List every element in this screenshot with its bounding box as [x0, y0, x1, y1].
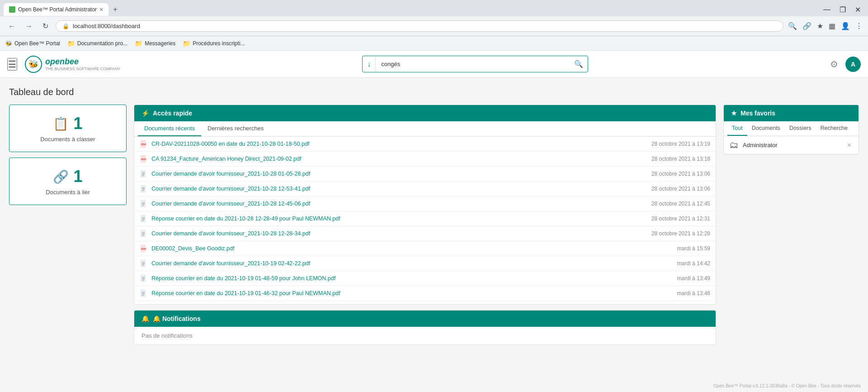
dashboard-layout: 📋 1 Documents à classer 🔗 1 Documents à …: [9, 105, 859, 345]
address-bar[interactable]: 🔒: [56, 20, 783, 32]
browser-toolbar: ← → ↻ 🔒 🔍 🔗 ★ ▦ 👤 ⋮: [0, 16, 868, 36]
quick-access-panel: ⚡ Accès rapide Documents récents Dernièr…: [134, 105, 716, 305]
bookmark-openbee[interactable]: 🐝 Open Bee™ Portal: [5, 40, 60, 47]
svg-rect-14: [141, 200, 146, 207]
logo-main-text: openbee: [45, 57, 121, 67]
link-count: 1: [73, 167, 82, 186]
doc-icon: [140, 274, 148, 282]
bookmark-messageries[interactable]: 📁 Messageries: [135, 40, 175, 47]
classify-label: Documents à classer: [40, 136, 95, 143]
bookmark-procedures[interactable]: 📁 Procédures inscripti...: [183, 40, 245, 47]
notifications-title: 🔔 Notifications: [153, 315, 201, 322]
svg-text:🐝: 🐝: [28, 59, 39, 69]
doc-icon: PDF: [140, 140, 148, 148]
lightning-icon: ⚡: [142, 110, 149, 117]
close-button[interactable]: ✕: [855, 5, 861, 14]
lock-icon: 🔒: [62, 23, 69, 29]
search-input[interactable]: [376, 57, 570, 71]
document-list-item[interactable]: Courrier demande d'avoir fournisseur_202…: [134, 256, 716, 271]
fav-tab-search[interactable]: Recherche: [816, 121, 852, 136]
doc-icon: [140, 259, 148, 268]
doc-name: Réponse courrier en date du 2021-10-19 0…: [151, 290, 674, 296]
doc-icon: PDF: [140, 155, 148, 163]
document-list: PDF CR-DAV-20211028-00050 en date du 202…: [134, 137, 716, 304]
address-input[interactable]: [73, 23, 777, 29]
tab-close-button[interactable]: ×: [99, 6, 103, 13]
main-panel: ⚡ Accès rapide Documents récents Dernièr…: [134, 105, 716, 345]
search-area: ↓ 🔍: [128, 56, 823, 72]
menu-button[interactable]: ⋮: [855, 22, 863, 30]
document-list-item[interactable]: PDF CA 91234_Facture_American Honey Dire…: [134, 152, 716, 167]
page-content: Tableau de bord 📋 1 Documents à classer …: [0, 78, 868, 380]
document-list-item[interactable]: Courrier demande d'avoir fournisseur_202…: [134, 167, 716, 182]
doc-date: 28 octobre 2021 à 12:31: [651, 215, 710, 222]
doc-name: Courrier demande d'avoir fournisseur_202…: [151, 260, 674, 267]
bookmark-label: Procédures inscripti...: [193, 40, 245, 47]
document-list-item[interactable]: Courrier demande d'avoir fournisseur_202…: [134, 182, 716, 196]
stat-card-link[interactable]: 🔗 1 Documents à lier: [9, 158, 127, 205]
svg-rect-22: [141, 230, 146, 237]
svg-rect-28: [141, 260, 146, 267]
document-list-item[interactable]: Courrier demande d'avoir fournisseur_202…: [134, 226, 716, 241]
fav-tab-all[interactable]: Tout: [727, 121, 747, 136]
document-list-item[interactable]: Courrier demande d'avoir fournisseur_202…: [134, 196, 716, 211]
notifications-empty-message: Pas de notifications: [134, 327, 716, 344]
link-icon: 🔗: [53, 169, 69, 184]
stat-icon-num: 📋 1: [53, 114, 82, 133]
stat-icon-num: 🔗 1: [53, 167, 82, 186]
back-button[interactable]: ←: [5, 20, 18, 32]
doc-date: 28 octobre 2021 à 13:06: [651, 171, 710, 177]
doc-date: 28 octobre 2021 à 12:45: [651, 201, 710, 207]
search-submit-button[interactable]: 🔍: [570, 56, 588, 72]
tab-recent-docs[interactable]: Documents récents: [138, 121, 201, 136]
document-list-item[interactable]: Réponse courrier en date du 2021-10-19 0…: [134, 286, 716, 301]
logo-area: 🐝 openbee THE BUSINESS SOFTWARE COMPANY: [24, 55, 121, 73]
share-button[interactable]: 🔗: [802, 22, 811, 30]
browser-tab-active[interactable]: Open Bee™ Portal Administrator ×: [4, 3, 108, 16]
favorites-header: ★ Mes favoris: [724, 105, 859, 121]
split-button[interactable]: ▦: [829, 22, 835, 30]
document-list-item[interactable]: PDF 19001_Facture_L.A. HONEY Inc_2021-03…: [134, 301, 716, 304]
bookmark-folder-icon: 📁: [183, 40, 190, 47]
minimize-button[interactable]: —: [823, 5, 830, 14]
document-list-item[interactable]: Réponse courrier en date du 2021-10-19 0…: [134, 271, 716, 286]
tab-last-searches[interactable]: Dernières recherches: [201, 121, 270, 136]
refresh-button[interactable]: ↻: [40, 20, 51, 32]
favorite-remove-button[interactable]: ×: [845, 141, 853, 149]
bookmark-favicon: 🐝: [5, 40, 12, 47]
zoom-button[interactable]: 🔍: [788, 22, 797, 30]
bookmark-button[interactable]: ★: [817, 22, 823, 30]
forward-button[interactable]: →: [23, 20, 35, 32]
doc-date: 28 octobre 2021 à 13:06: [651, 186, 710, 192]
svg-rect-36: [141, 290, 146, 297]
footer: Open Bee™ Portal v.6.12.1-3036a8a - © Op…: [0, 380, 868, 392]
app-header: ☰ 🐝 openbee THE BUSINESS SOFTWARE COMPAN…: [0, 51, 868, 78]
hamburger-menu-button[interactable]: ☰: [7, 58, 17, 71]
fav-tab-documents[interactable]: Documents: [747, 121, 785, 136]
document-list-item[interactable]: Réponse courrier en date du 2021-10-28 1…: [134, 211, 716, 226]
bookmark-docpro[interactable]: 📁 Documentation pro...: [67, 40, 127, 47]
browser-window-controls: — ❐ ✕: [823, 5, 864, 14]
new-tab-button[interactable]: +: [108, 3, 122, 16]
doc-name: Réponse courrier en date du 2021-10-19 0…: [151, 275, 674, 282]
right-panel: ★ Mes favoris Tout Documents Dossiers Re…: [723, 105, 859, 345]
footer-text: Open Bee™ Portal v.6.12.1-3036a8a - © Op…: [713, 383, 861, 388]
search-box: ↓ 🔍: [362, 56, 588, 72]
upload-button[interactable]: ↓: [363, 57, 376, 72]
user-avatar-button[interactable]: A: [845, 57, 861, 72]
bookmark-folder-icon: 📁: [135, 40, 142, 47]
logo-icon: 🐝: [24, 55, 42, 73]
doc-icon: [140, 289, 148, 297]
favorite-item[interactable]: 🗂 Administrator ×: [724, 136, 859, 154]
profile-button[interactable]: 👤: [841, 22, 850, 30]
fav-tab-folders[interactable]: Dossiers: [785, 121, 816, 136]
settings-button[interactable]: ⚙: [830, 59, 838, 70]
bell-icon: 🔔: [142, 315, 149, 322]
document-list-item[interactable]: PDF DE00002_Devis_Bee Goodiz.pdf mardi à…: [134, 241, 716, 256]
stat-card-classify[interactable]: 📋 1 Documents à classer: [9, 105, 127, 152]
document-list-item[interactable]: PDF CR-DAV-20211028-00050 en date du 202…: [134, 137, 716, 152]
svg-rect-18: [141, 215, 146, 222]
maximize-button[interactable]: ❐: [840, 5, 846, 14]
browser-toolbar-right: 🔍 🔗 ★ ▦ 👤 ⋮: [788, 22, 863, 30]
favorite-folder-icon: 🗂: [729, 140, 738, 150]
